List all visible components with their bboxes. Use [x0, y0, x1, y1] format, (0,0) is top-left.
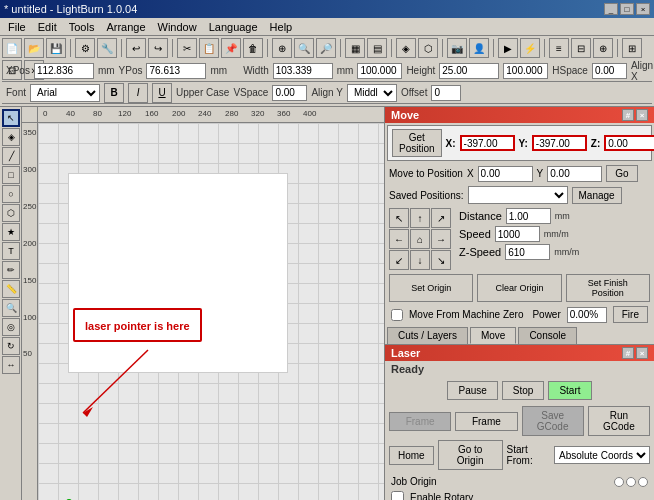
- underline-btn[interactable]: U: [152, 83, 172, 103]
- speed-input[interactable]: [495, 226, 540, 242]
- menu-file[interactable]: File: [2, 20, 32, 34]
- jog-r[interactable]: →: [431, 229, 451, 249]
- clear-origin-btn[interactable]: Clear Origin: [477, 274, 561, 302]
- xpos-input[interactable]: [34, 63, 94, 79]
- job-origin-radio-3[interactable]: [638, 477, 648, 487]
- camera-btn[interactable]: 📷: [447, 38, 467, 58]
- w-pct-input[interactable]: [357, 63, 402, 79]
- z-speed-input[interactable]: [505, 244, 550, 260]
- tab-console[interactable]: Console: [518, 327, 577, 344]
- delete-btn[interactable]: 🗑: [243, 38, 263, 58]
- menu-window[interactable]: Window: [152, 20, 203, 34]
- minimize-btn[interactable]: _: [604, 3, 618, 15]
- draw-rect-tool[interactable]: □: [2, 166, 20, 184]
- height-input[interactable]: [439, 63, 499, 79]
- rotate-tool[interactable]: ↻: [2, 337, 20, 355]
- laser-pin-btn[interactable]: #: [622, 347, 634, 359]
- offset-input[interactable]: [431, 85, 461, 101]
- jog-dr[interactable]: ↘: [431, 250, 451, 270]
- menu-tools[interactable]: Tools: [63, 20, 101, 34]
- distribute-btn[interactable]: ⊟: [571, 38, 591, 58]
- jog-l[interactable]: ←: [389, 229, 409, 249]
- get-pos-z[interactable]: [604, 135, 654, 151]
- italic-btn[interactable]: I: [128, 83, 148, 103]
- run-gcode-btn[interactable]: Run GCode: [588, 406, 650, 436]
- stop-btn[interactable]: Stop: [502, 381, 545, 400]
- trace-btn[interactable]: ⬡: [418, 38, 438, 58]
- font-select[interactable]: Arial: [30, 84, 100, 102]
- get-position-btn[interactable]: Get Position: [392, 129, 442, 157]
- menu-edit[interactable]: Edit: [32, 20, 63, 34]
- maximize-btn[interactable]: □: [620, 3, 634, 15]
- menu-help[interactable]: Help: [264, 20, 299, 34]
- new-btn[interactable]: 📄: [2, 38, 22, 58]
- zoom-in-btn[interactable]: 🔍: [294, 38, 314, 58]
- jog-ul[interactable]: ↖: [389, 208, 409, 228]
- flip-tool[interactable]: ↔: [2, 356, 20, 374]
- go-to-origin-btn[interactable]: Go to Origin: [438, 440, 503, 470]
- canvas-main[interactable]: laser pointer is here: [38, 123, 384, 500]
- set-origin-btn[interactable]: Set Origin: [389, 274, 473, 302]
- bool-btn[interactable]: ⊕: [593, 38, 613, 58]
- node-btn[interactable]: ◈: [396, 38, 416, 58]
- draw-polygon-tool[interactable]: ⬡: [2, 204, 20, 222]
- menu-language[interactable]: Language: [203, 20, 264, 34]
- save-btn[interactable]: 💾: [46, 38, 66, 58]
- zoom-fit-btn[interactable]: ⊕: [272, 38, 292, 58]
- fire-btn[interactable]: Fire: [613, 306, 648, 323]
- zoom-out-btn[interactable]: 🔎: [316, 38, 336, 58]
- edit-nodes-tool[interactable]: ◈: [2, 128, 20, 146]
- cut-btn[interactable]: ✂: [177, 38, 197, 58]
- manage-btn[interactable]: Manage: [572, 187, 622, 204]
- camera-tool[interactable]: ◎: [2, 318, 20, 336]
- align-y-select[interactable]: Middle: [347, 84, 397, 102]
- tab-move[interactable]: Move: [470, 327, 516, 344]
- enable-rotary-check[interactable]: [391, 491, 404, 500]
- pen-tool[interactable]: ✏: [2, 261, 20, 279]
- start-btn[interactable]: Start: [548, 381, 591, 400]
- home-btn[interactable]: Home: [389, 446, 434, 465]
- jog-d[interactable]: ↓: [410, 250, 430, 270]
- job-origin-radio-2[interactable]: [626, 477, 636, 487]
- move-panel-close[interactable]: ×: [636, 109, 648, 121]
- draw-circle-tool[interactable]: ○: [2, 185, 20, 203]
- settings-btn[interactable]: ⚙: [75, 38, 95, 58]
- select-tool[interactable]: ↖: [2, 109, 20, 127]
- draw-star-tool[interactable]: ★: [2, 223, 20, 241]
- preview-btn[interactable]: ▶: [498, 38, 518, 58]
- hspace-input[interactable]: [592, 63, 627, 79]
- copy-btn[interactable]: 📋: [199, 38, 219, 58]
- zoom-tool[interactable]: 🔍: [2, 299, 20, 317]
- get-pos-y[interactable]: [532, 135, 587, 151]
- vspace-input[interactable]: [272, 85, 307, 101]
- frame-btn[interactable]: Frame: [389, 412, 451, 431]
- get-pos-x[interactable]: [460, 135, 515, 151]
- job-origin-radio-1[interactable]: [614, 477, 624, 487]
- iframe-btn[interactable]: Frame: [455, 412, 517, 431]
- redo-btn[interactable]: ↪: [148, 38, 168, 58]
- save-gcode-btn[interactable]: Save GCode: [522, 406, 584, 436]
- move-from-zero-check[interactable]: [391, 309, 403, 321]
- align-btn[interactable]: ≡: [549, 38, 569, 58]
- jog-u[interactable]: ↑: [410, 208, 430, 228]
- paste-btn[interactable]: 📌: [221, 38, 241, 58]
- laser-close-btn[interactable]: ×: [636, 347, 648, 359]
- start-from-select[interactable]: Absolute Coords: [554, 446, 650, 464]
- distance-input[interactable]: [506, 208, 551, 224]
- measure-tool[interactable]: 📏: [2, 280, 20, 298]
- draw-line-tool[interactable]: ╱: [2, 147, 20, 165]
- undo-btn[interactable]: ↩: [126, 38, 146, 58]
- tab-cuts-layers[interactable]: Cuts / Layers: [387, 327, 468, 344]
- h-pct-input[interactable]: [503, 63, 548, 79]
- jog-home[interactable]: ⌂: [410, 229, 430, 249]
- power-input[interactable]: [567, 307, 607, 323]
- pause-btn[interactable]: Pause: [447, 381, 497, 400]
- jog-ur[interactable]: ↗: [431, 208, 451, 228]
- settings2-btn[interactable]: 🔧: [97, 38, 117, 58]
- laser-tool-btn[interactable]: ⚡: [520, 38, 540, 58]
- ungroup-btn[interactable]: ▤: [367, 38, 387, 58]
- draw-text-tool[interactable]: T: [2, 242, 20, 260]
- open-btn[interactable]: 📂: [24, 38, 44, 58]
- grid-btn[interactable]: ⊞: [622, 38, 642, 58]
- menu-arrange[interactable]: Arrange: [100, 20, 151, 34]
